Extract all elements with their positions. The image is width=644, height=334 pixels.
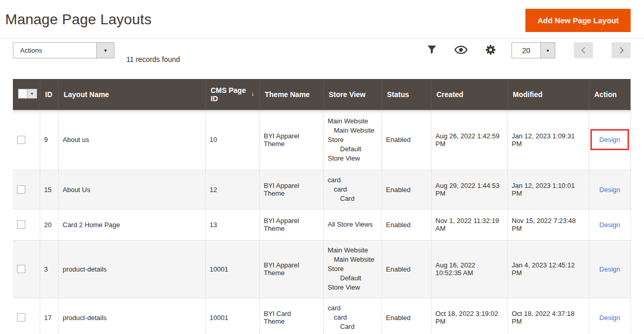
cell-id: 9 [40,110,58,170]
cell-store-view: card card Card [323,298,382,334]
cell-status: Enabled [382,298,431,334]
row-checkbox[interactable] [17,265,25,273]
previous-page-button[interactable] [574,42,593,58]
cell-modified: Jan 12, 2023 1:10:01 PM [507,170,589,209]
cell-layout-name: About Us [58,170,205,209]
cell-created: Aug 29, 2022 1:44:53 PM [431,170,507,209]
column-header-action[interactable]: Action [589,79,631,110]
cell-theme-name: BYI Apparel Theme [259,170,323,209]
cell-action: Design [589,170,631,209]
add-new-page-layout-button[interactable]: Add New Page Layout [525,9,631,32]
column-header-created[interactable]: Created [431,79,507,110]
design-link[interactable]: Design [599,136,620,144]
cell-cms-page-id: 10 [205,110,259,170]
page-header: Manage Page Layouts Add New Page Layout [0,0,644,39]
filter-icon [427,45,437,56]
records-count: 11 records found [126,55,180,63]
cell-action: Design [589,298,631,334]
column-header-id[interactable]: ID [40,79,58,110]
row-checkbox[interactable] [17,313,25,322]
cell-created: Aug 16, 2022 10:52:35 AM [431,240,507,298]
actions-dropdown-label: Actions [13,43,96,58]
design-link[interactable]: Design [599,314,620,322]
cell-cms-page-id: 12 [205,170,259,209]
cell-status: Enabled [382,240,431,298]
cell-store-view: All Store Views [323,209,382,240]
cell-cms-page-id: 10001 [205,298,259,334]
page-title: Manage Page Layouts [5,11,152,28]
cell-action: Design [589,240,631,298]
cell-cms-page-id: 13 [205,209,259,240]
per-page-dropdown[interactable]: 20 ▾ [511,42,555,58]
toolbar-right-controls: 20 ▾ [409,42,631,58]
cell-store-view: Main Website Main Website Store Default … [323,110,382,170]
design-link[interactable]: Design [599,186,620,194]
cell-theme-name: BYI Apparel Theme [259,240,323,298]
table-row: 15 About Us 12 BYI Apparel Theme card ca… [13,170,631,209]
cell-modified: Nov 15, 2022 7:23:48 PM [507,209,589,240]
cell-id: 17 [40,298,58,334]
table-row: 3 product-details 10001 BYI Apparel Them… [13,240,631,298]
cell-theme-name: BYI Apparel Theme [259,209,323,240]
page-layouts-grid: ▾ ID Layout Name CMS Page ID ↓ Theme Nam… [13,79,631,334]
per-page-value: 20 [512,43,540,58]
gear-icon [485,44,496,57]
cell-store-view: card card Card [323,170,382,209]
cell-layout-name: Card 2 Home Page [58,209,205,240]
cell-modified: Jan 4, 2023 12:45:12 PM [507,240,589,298]
column-header-theme-name[interactable]: Theme Name [259,79,323,110]
cell-created: Nov 1, 2022 11:32:19 AM [431,209,507,240]
default-view-button[interactable] [454,45,468,56]
cell-layout-name: product-details [58,240,205,298]
cell-cms-page-id: 10001 [205,240,259,298]
actions-dropdown[interactable]: Actions ▾ [13,42,114,58]
cell-created: Oct 18, 2022 3:19:02 PM [431,298,507,334]
column-header-modified[interactable]: Modified [507,79,589,110]
cell-modified: Oct 18, 2022 4:37:18 PM [507,298,589,334]
cell-action: Design [589,209,631,240]
cell-status: Enabled [382,209,431,240]
row-checkbox[interactable] [17,136,25,144]
table-row: 9 About us 10 BYI Apparel Theme Main Web… [13,110,631,170]
grid-toolbar: Actions ▾ 11 records found [0,39,644,79]
highlight-box: Design [590,129,629,150]
row-checkbox[interactable] [17,220,25,229]
cell-layout-name: About us [58,110,205,170]
cell-store-view: Main Website Main Website Store Default … [323,240,382,298]
cell-status: Enabled [382,110,431,170]
cell-layout-name: product-details [58,298,205,334]
chevron-left-icon [581,47,588,54]
caret-down-icon[interactable]: ▾ [540,43,555,58]
table-row: 17 product-details 10001 BYI Card Theme … [13,298,631,334]
select-all-control[interactable]: ▾ [18,89,37,99]
column-header-status[interactable]: Status [382,79,431,110]
cell-modified: Jan 12, 2023 1:09:31 PM [507,110,589,170]
caret-down-icon[interactable]: ▾ [96,43,114,58]
design-link[interactable]: Design [599,221,620,229]
chevron-right-icon [617,47,624,54]
row-checkbox[interactable] [17,185,25,194]
cell-id: 3 [40,240,58,298]
select-all-header[interactable]: ▾ [13,79,40,110]
grid-header-row: ▾ ID Layout Name CMS Page ID ↓ Theme Nam… [13,79,631,110]
cell-status: Enabled [382,170,431,209]
design-link[interactable]: Design [599,265,620,273]
cell-theme-name: BYI Apparel Theme [259,110,323,170]
column-header-cms-page-id[interactable]: CMS Page ID ↓ [205,79,259,110]
cell-action: Design [589,110,631,170]
eye-icon [454,45,468,56]
table-row: 20 Card 2 Home Page 13 BYI Apparel Theme… [13,209,631,240]
sort-arrow-icon: ↓ [251,89,255,97]
column-header-layout-name[interactable]: Layout Name [58,79,205,110]
cell-id: 20 [40,209,58,240]
columns-settings-button[interactable] [485,44,496,57]
caret-down-icon[interactable]: ▾ [27,89,37,99]
cell-theme-name: BYI Card Theme [259,298,323,334]
select-all-checkbox[interactable] [18,89,27,99]
next-page-button[interactable] [612,42,631,58]
column-header-store-view[interactable]: Store View [323,79,382,110]
filters-button[interactable] [427,45,437,56]
cell-created: Aug 26, 2022 1:42:59 PM [431,110,507,170]
cell-id: 15 [40,170,58,209]
